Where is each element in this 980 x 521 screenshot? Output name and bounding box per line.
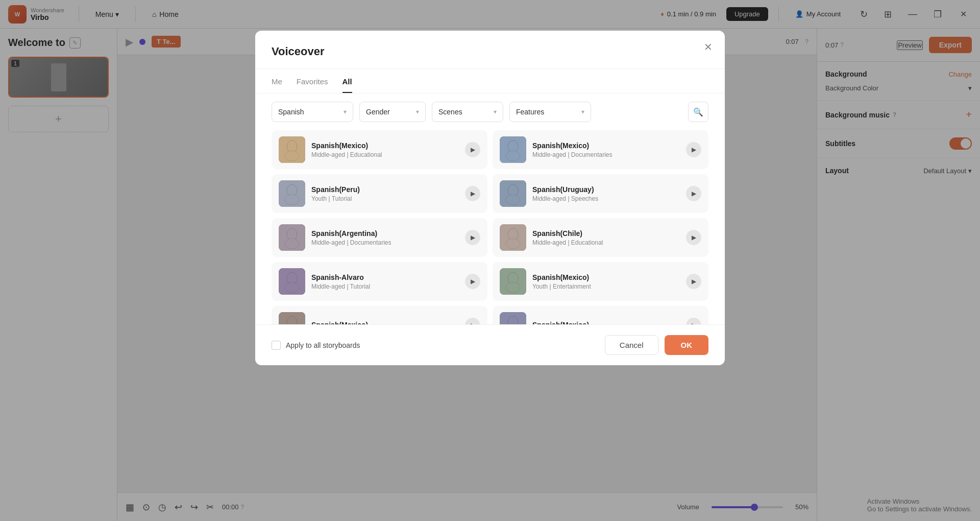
voice-meta: Youth | Entertainment [532, 283, 680, 290]
language-filter-text: Spanish [278, 108, 339, 116]
voice-card[interactable]: Spanish(Uruguay) Middle-aged | Speeches … [493, 174, 708, 213]
svg-point-5 [506, 151, 520, 161]
features-chevron-icon: ▾ [581, 108, 584, 115]
tab-me[interactable]: Me [272, 77, 282, 93]
modal-title: Voiceover [272, 45, 708, 58]
scenes-filter-text: Scenes [438, 108, 489, 116]
voice-info: Spanish(Chile) Middle-aged | Educational [532, 229, 680, 246]
voice-avatar [500, 312, 526, 324]
voice-card[interactable]: Spanish(Mexico) Middle-aged | Documentar… [493, 130, 708, 169]
voice-name: Spanish(Mexico) [532, 321, 680, 325]
voice-name: Spanish(Mexico) [532, 141, 680, 150]
voice-avatar [279, 180, 305, 207]
voice-play-button[interactable]: ▶ [686, 274, 701, 289]
svg-point-23 [506, 282, 520, 293]
ok-button[interactable]: OK [665, 335, 709, 355]
voice-play-button[interactable]: ▶ [686, 230, 701, 245]
voice-card[interactable]: Spanish(Peru) Youth | Tutorial ▶ [272, 174, 487, 213]
modal-filters: Spanish ▾ Gender ▾ Scenes ▾ Features ▾ 🔍 [255, 93, 725, 130]
modal-overlay[interactable]: Voiceover ✕ Me Favorites All Spanish ▾ G… [0, 0, 980, 521]
voice-name: Spanish(Uruguay) [532, 185, 680, 194]
voice-name: Spanish(Argentina) [311, 229, 459, 238]
voice-meta: Middle-aged | Educational [311, 151, 459, 158]
modal-footer: Apply to all storyboards Cancel OK [255, 324, 725, 365]
voice-card[interactable]: Spanish-Alvaro Middle-aged | Tutorial ▶ [272, 262, 487, 301]
voice-card[interactable]: Spanish(Mexico) Youth | Entertainment ▶ [493, 262, 708, 301]
voice-avatar [500, 136, 526, 163]
voice-play-button[interactable]: ▶ [686, 318, 701, 324]
svg-point-11 [506, 195, 520, 205]
voice-name: Spanish-Alvaro [311, 273, 459, 281]
voice-card[interactable]: Spanish(Mexico) Middle-aged | Educationa… [272, 130, 487, 169]
voice-card[interactable]: Spanish(Mexico) ▶ [493, 306, 708, 324]
voice-info: Spanish(Argentina) Middle-aged | Documen… [311, 229, 459, 246]
language-filter[interactable]: Spanish ▾ [272, 102, 353, 122]
gender-filter[interactable]: Gender ▾ [359, 102, 426, 122]
cancel-button[interactable]: Cancel [605, 335, 658, 355]
voice-card[interactable]: Spanish(Argentina) Middle-aged | Documen… [272, 218, 487, 257]
features-filter-text: Features [516, 108, 577, 116]
voice-play-button[interactable]: ▶ [686, 142, 701, 157]
voice-name: Spanish(Mexico) [311, 141, 459, 150]
voice-meta: Middle-aged | Tutorial [311, 283, 459, 290]
voice-avatar [279, 224, 305, 251]
app-shell: W Wondershare Virbo Menu ▾ ⌂ Home ♦ 0.1 … [0, 0, 980, 521]
voice-meta: Middle-aged | Documentaries [532, 151, 680, 158]
apply-checkbox[interactable]: Apply to all storyboards [272, 341, 360, 350]
voice-play-button[interactable]: ▶ [465, 142, 480, 157]
voice-info: Spanish(Mexico) [311, 321, 459, 325]
footer-buttons: Cancel OK [605, 335, 708, 355]
svg-point-20 [285, 282, 299, 293]
scenes-filter[interactable]: Scenes ▾ [432, 102, 503, 122]
language-chevron-icon: ▾ [344, 108, 347, 115]
voiceover-modal: Voiceover ✕ Me Favorites All Spanish ▾ G… [255, 31, 725, 365]
svg-point-2 [285, 151, 299, 161]
svg-point-17 [506, 239, 520, 249]
voice-card[interactable]: Spanish(Mexico) ▶ [272, 306, 487, 324]
voice-info: Spanish(Mexico) Youth | Entertainment [532, 273, 680, 290]
voice-avatar [279, 312, 305, 324]
voice-info: Spanish(Mexico) Middle-aged | Documentar… [532, 141, 680, 158]
checkbox-input[interactable] [272, 341, 281, 350]
voice-grid: Spanish(Mexico) Middle-aged | Educationa… [255, 130, 725, 324]
voice-info: Spanish-Alvaro Middle-aged | Tutorial [311, 273, 459, 290]
voice-avatar [500, 224, 526, 251]
voice-meta: Youth | Tutorial [311, 195, 459, 202]
voice-name: Spanish(Mexico) [532, 273, 680, 281]
tab-all[interactable]: All [342, 77, 352, 93]
modal-tabs: Me Favorites All [255, 69, 725, 93]
voice-play-button[interactable]: ▶ [465, 274, 480, 289]
modal-close-button[interactable]: ✕ [704, 41, 713, 53]
tab-favorites[interactable]: Favorites [297, 77, 328, 93]
gender-chevron-icon: ▾ [416, 108, 419, 115]
voice-card[interactable]: Spanish(Chile) Middle-aged | Educational… [493, 218, 708, 257]
voice-name: Spanish(Chile) [532, 229, 680, 238]
voice-info: Spanish(Peru) Youth | Tutorial [311, 185, 459, 202]
voice-play-button[interactable]: ▶ [686, 186, 701, 201]
svg-point-14 [285, 239, 299, 249]
voice-name: Spanish(Peru) [311, 185, 459, 194]
voice-meta: Middle-aged | Educational [532, 239, 680, 246]
voice-info: Spanish(Mexico) [532, 321, 680, 325]
voice-meta: Middle-aged | Documentaries [311, 239, 459, 246]
svg-point-8 [285, 195, 299, 205]
gender-filter-text: Gender [366, 108, 412, 116]
voice-avatar [500, 180, 526, 207]
voice-avatar [279, 268, 305, 295]
modal-header: Voiceover ✕ [255, 31, 725, 69]
voice-meta: Middle-aged | Speeches [532, 195, 680, 202]
voice-name: Spanish(Mexico) [311, 321, 459, 325]
search-icon: 🔍 [693, 107, 703, 117]
voice-play-button[interactable]: ▶ [465, 186, 480, 201]
voice-info: Spanish(Mexico) Middle-aged | Educationa… [311, 141, 459, 158]
voice-info: Spanish(Uruguay) Middle-aged | Speeches [532, 185, 680, 202]
voice-play-button[interactable]: ▶ [465, 318, 480, 324]
search-button[interactable]: 🔍 [688, 102, 708, 122]
voice-play-button[interactable]: ▶ [465, 230, 480, 245]
features-filter[interactable]: Features ▾ [509, 102, 591, 122]
voice-avatar [279, 136, 305, 163]
scenes-chevron-icon: ▾ [494, 108, 497, 115]
voice-avatar [500, 268, 526, 295]
